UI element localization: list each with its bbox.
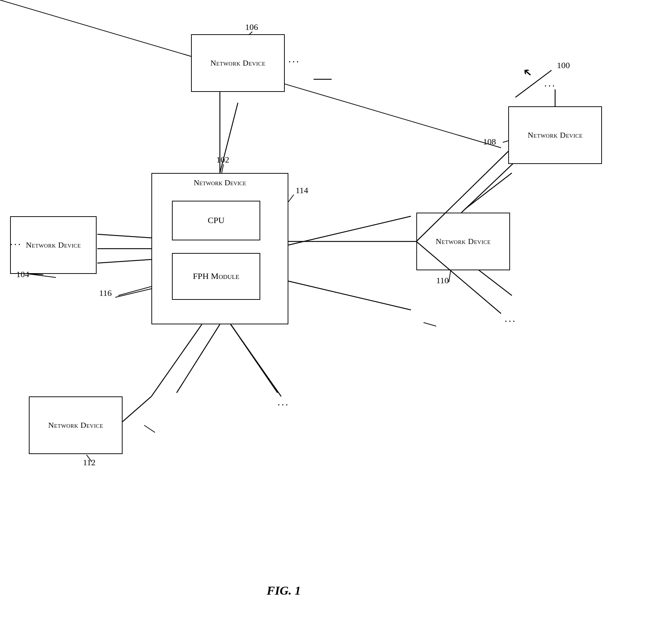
diagram-svg [0,0,660,644]
ref-108-label: 108 [483,137,496,147]
ref-116-label: 116 [99,288,112,298]
ref-112-label: 112 [83,458,96,467]
svg-line-15 [424,323,436,326]
svg-line-8 [465,173,512,209]
ref-114-label: 114 [296,186,308,195]
ref-102-label: 102 [216,155,229,165]
svg-line-16 [144,425,155,432]
ref-110-label: 110 [436,276,449,285]
fph-module-box: FPH Module [172,253,260,300]
node-108-label: Network Device [528,130,583,141]
node-112-label: Network Device [48,420,103,431]
dots-110-bottom-right: ... [505,313,517,324]
node-102-label: Network Device [152,178,288,187]
dots-104-left: ... [10,236,22,248]
svg-line-18 [115,288,153,297]
dots-106-right: ... [288,53,300,65]
svg-line-6 [288,281,411,310]
node-106-label: Network Device [211,58,266,68]
node-104-label: Network Device [26,240,81,250]
svg-line-12 [28,274,56,277]
ref-106-label: 106 [245,22,258,32]
ref-100-label: 100 [557,61,570,70]
node-110-label: Network Device [436,236,491,247]
node-112: Network Device [29,396,123,454]
fph-label: FPH Module [193,271,239,282]
node-102: Network Device CPU FPH Module [151,173,288,324]
dots-108-top: ... [544,77,556,89]
cpu-label: CPU [208,215,225,226]
node-110: Network Device [416,213,510,270]
node-106: Network Device [191,34,285,92]
diagram-container: 100 ➔ Network Device 106 ... Network Dev… [0,0,660,644]
node-108: Network Device [508,106,602,164]
svg-line-11 [231,324,278,393]
svg-line-5 [288,216,411,245]
dots-bottom-center: ... [278,396,289,408]
fig-label: FIG. 1 [267,584,301,598]
node-104: Network Device [10,216,97,274]
cpu-box: CPU [172,201,260,240]
ref-104-label: 104 [16,270,29,279]
svg-line-10 [177,324,220,393]
